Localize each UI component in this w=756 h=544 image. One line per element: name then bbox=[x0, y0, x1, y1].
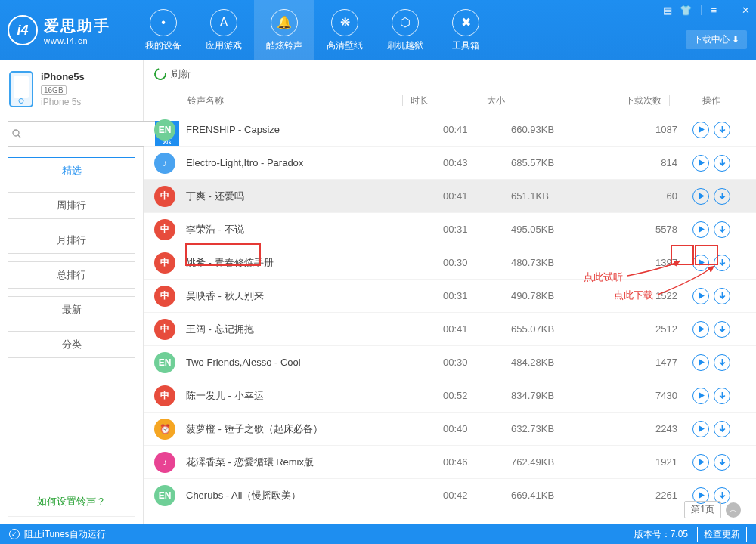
check-update-button[interactable]: 检查更新 bbox=[697, 527, 747, 542]
download-button[interactable] bbox=[714, 454, 730, 471]
ringtone-avatar: 中 bbox=[154, 252, 175, 274]
table-row[interactable]: ♪ 花澤香菜 - 恋愛循環 Remix版 00:46 762.49KB 1921 bbox=[144, 446, 756, 479]
table-row[interactable]: 中 姚希 - 青春修炼手册 00:30 480.73KB 1397 bbox=[144, 246, 756, 280]
ringtone-duration: 00:31 bbox=[443, 290, 511, 301]
device-card[interactable]: iPhone5s 16GB iPhone 5s bbox=[8, 68, 135, 116]
nav-apple[interactable]: •我的设备 bbox=[133, 0, 194, 60]
ringtone-title: FRENSHIP - Capsize bbox=[186, 124, 443, 135]
category-list: 精选周排行月排行总排行最新分类 bbox=[8, 157, 135, 358]
table-row[interactable]: EN FRENSHIP - Capsize 00:41 660.93KB 108… bbox=[144, 113, 756, 147]
category-5[interactable]: 分类 bbox=[8, 331, 135, 358]
itunes-block-label[interactable]: 阻止iTunes自动运行 bbox=[24, 528, 106, 541]
table-row[interactable]: 中 王阔 - 忘记拥抱 00:41 655.07KB 2512 bbox=[144, 313, 756, 346]
table-header: 铃声名称 时长 大小 下载次数 操作 bbox=[144, 88, 756, 113]
ringtone-size: 484.28KB bbox=[511, 357, 602, 368]
ringtone-duration: 00:31 bbox=[443, 224, 511, 235]
minimize-icon[interactable]: — bbox=[724, 5, 734, 16]
ringtone-avatar: 中 bbox=[154, 186, 175, 207]
page-indicator[interactable]: 第1页 bbox=[684, 501, 721, 518]
download-button[interactable] bbox=[714, 354, 730, 371]
ringtone-title: 李荣浩 - 不说 bbox=[186, 223, 443, 236]
download-button[interactable] bbox=[714, 155, 730, 172]
logo-icon: i4 bbox=[8, 15, 38, 45]
ringtone-avatar: ♪ bbox=[154, 153, 175, 174]
play-button[interactable] bbox=[692, 421, 709, 437]
ringtone-duration: 00:30 bbox=[443, 357, 511, 368]
ringtone-downloads: 1522 bbox=[602, 290, 677, 301]
nav-appstore[interactable]: A应用游戏 bbox=[194, 0, 254, 60]
ringtone-downloads: 1397 bbox=[602, 257, 677, 268]
nav-box[interactable]: ⬡刷机越狱 bbox=[375, 0, 435, 60]
ringtone-size: 660.93KB bbox=[511, 124, 602, 135]
ringtone-title: Two Friends,Alesso - Cool bbox=[186, 357, 443, 368]
ringtone-avatar: EN bbox=[154, 352, 175, 373]
ringtone-downloads: 2512 bbox=[602, 323, 677, 335]
category-1[interactable]: 周排行 bbox=[8, 192, 135, 219]
play-button[interactable] bbox=[692, 288, 709, 304]
ringtone-downloads: 2261 bbox=[602, 490, 677, 501]
category-2[interactable]: 月排行 bbox=[8, 227, 135, 254]
ringtone-downloads: 60 bbox=[602, 190, 677, 202]
category-3[interactable]: 总排行 bbox=[8, 261, 135, 289]
menu-icon[interactable]: ≡ bbox=[711, 5, 717, 16]
download-button[interactable] bbox=[714, 321, 730, 338]
refresh-button[interactable]: 刷新 bbox=[144, 60, 756, 88]
wrench-icon: ✖ bbox=[452, 9, 479, 36]
ringtone-avatar: EN bbox=[154, 119, 175, 141]
ringtone-size: 834.79KB bbox=[511, 390, 602, 401]
ringtone-size: 669.41KB bbox=[511, 490, 602, 501]
ringtone-list: EN FRENSHIP - Capsize 00:41 660.93KB 108… bbox=[144, 113, 756, 524]
version-label: 版本号：7.05 bbox=[634, 528, 688, 541]
ringtone-title: Electro-Light,Itro - Paradox bbox=[186, 157, 443, 168]
col-size: 大小 bbox=[487, 94, 578, 107]
download-button[interactable] bbox=[714, 388, 730, 404]
window-controls: ▤ 👕 ≡ — ✕ bbox=[663, 5, 750, 16]
category-4[interactable]: 最新 bbox=[8, 296, 135, 323]
play-button[interactable] bbox=[692, 122, 709, 138]
ringtone-size: 655.07KB bbox=[511, 323, 602, 335]
download-button[interactable] bbox=[714, 122, 730, 138]
ringtone-downloads: 1087 bbox=[602, 124, 677, 135]
table-row[interactable]: 中 李荣浩 - 不说 00:31 495.05KB 5578 bbox=[144, 213, 756, 246]
play-button[interactable] bbox=[692, 388, 709, 404]
download-center-button[interactable]: 下载中心 ⬇ bbox=[686, 30, 747, 49]
play-button[interactable] bbox=[692, 188, 709, 205]
ringtone-title: 姚希 - 青春修炼手册 bbox=[186, 256, 443, 270]
play-button[interactable] bbox=[692, 454, 709, 471]
ringtone-avatar: 中 bbox=[154, 219, 175, 240]
feedback-icon[interactable]: ▤ bbox=[663, 5, 672, 16]
table-row[interactable]: EN Cherubs - All（慢摇欧美） 00:42 669.41KB 22… bbox=[144, 479, 756, 512]
nav-wrench[interactable]: ✖工具箱 bbox=[435, 0, 496, 60]
ringtone-duration: 00:41 bbox=[443, 323, 511, 335]
download-button[interactable] bbox=[714, 288, 730, 304]
download-button[interactable] bbox=[714, 188, 730, 205]
ringtone-size: 632.73KB bbox=[511, 423, 602, 434]
table-row[interactable]: ⏰ 菠萝橙 - 锤子之歌（起床必备） 00:40 632.73KB 2243 bbox=[144, 413, 756, 446]
play-button[interactable] bbox=[692, 354, 709, 371]
download-button[interactable] bbox=[714, 255, 730, 271]
table-row[interactable]: 中 丁爽 - 还爱吗 00:41 651.1KB 60 bbox=[144, 180, 756, 213]
ringtone-duration: 00:52 bbox=[443, 390, 511, 401]
play-button[interactable] bbox=[692, 255, 709, 271]
nav-flower[interactable]: ❋高清壁纸 bbox=[314, 0, 375, 60]
appstore-icon: A bbox=[210, 9, 237, 36]
close-icon[interactable]: ✕ bbox=[742, 5, 750, 16]
tshirt-icon[interactable]: 👕 bbox=[680, 5, 692, 16]
scroll-top-button[interactable]: ︿ bbox=[726, 502, 741, 518]
app-header: i4 爱思助手 www.i4.cn •我的设备A应用游戏🔔酷炫铃声❋高清壁纸⬡刷… bbox=[0, 0, 756, 60]
table-row[interactable]: ♪ Electro-Light,Itro - Paradox 00:43 685… bbox=[144, 147, 756, 180]
search-input[interactable] bbox=[8, 121, 155, 147]
table-row[interactable]: 中 陈一发儿 - 小幸运 00:52 834.79KB 7430 bbox=[144, 379, 756, 413]
ringtone-downloads: 1921 bbox=[602, 456, 677, 468]
nav-bell[interactable]: 🔔酷炫铃声 bbox=[254, 0, 314, 60]
table-row[interactable]: EN Two Friends,Alesso - Cool 00:30 484.2… bbox=[144, 346, 756, 379]
table-row[interactable]: 中 吴映香 - 秋天别来 00:31 490.78KB 1522 bbox=[144, 280, 756, 313]
download-button[interactable] bbox=[714, 421, 730, 437]
ringtone-avatar: ♪ bbox=[154, 452, 175, 473]
play-button[interactable] bbox=[692, 221, 709, 238]
play-button[interactable] bbox=[692, 321, 709, 338]
download-button[interactable] bbox=[714, 221, 730, 238]
category-0[interactable]: 精选 bbox=[8, 157, 135, 184]
help-link[interactable]: 如何设置铃声？ bbox=[8, 487, 135, 517]
play-button[interactable] bbox=[692, 155, 709, 172]
